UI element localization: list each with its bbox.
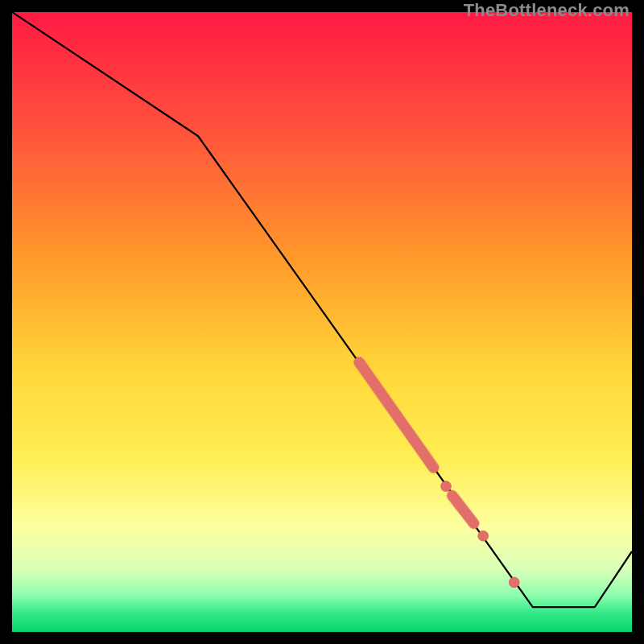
watermark-text: TheBottleneck.com bbox=[464, 0, 630, 21]
gradient-background bbox=[12, 12, 632, 632]
dot-2 bbox=[478, 530, 489, 541]
chart-container bbox=[12, 12, 632, 632]
chart-svg bbox=[12, 12, 632, 632]
dot-1 bbox=[441, 481, 452, 492]
dot-3 bbox=[509, 577, 519, 588]
